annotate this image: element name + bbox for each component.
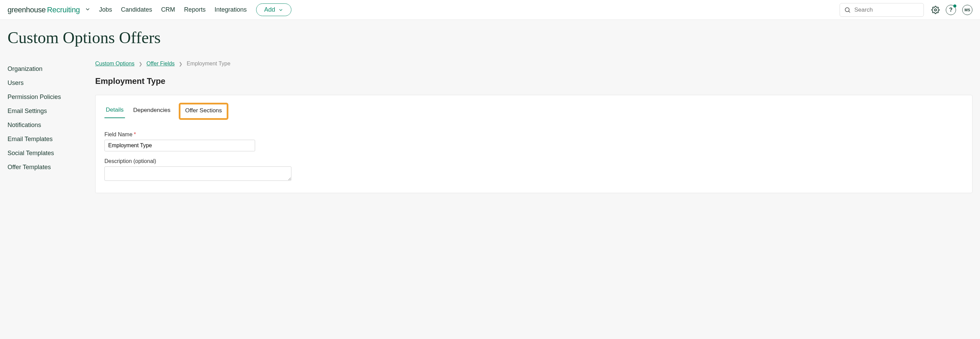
breadcrumb-custom-options[interactable]: Custom Options — [95, 60, 135, 67]
svg-line-1 — [849, 11, 850, 12]
description-label: Description (optional) — [105, 158, 963, 164]
main-content: Custom Options ❯ Offer Fields ❯ Employme… — [95, 60, 972, 193]
chevron-down-icon — [278, 7, 283, 13]
sidebar-item-email-settings[interactable]: Email Settings — [8, 104, 95, 118]
breadcrumb: Custom Options ❯ Offer Fields ❯ Employme… — [95, 60, 972, 67]
breadcrumb-current: Employment Type — [187, 60, 231, 67]
sidebar-item-offer-templates[interactable]: Offer Templates — [8, 160, 95, 174]
required-asterisk-icon: * — [134, 132, 136, 137]
svg-point-2 — [934, 9, 937, 11]
avatar[interactable]: MS — [962, 5, 972, 15]
sidebar-item-organization[interactable]: Organization — [8, 62, 95, 76]
brand-name-2: Recruiting — [47, 5, 80, 14]
chevron-down-icon — [84, 6, 91, 12]
tab-offer-sections[interactable]: Offer Sections — [184, 105, 223, 115]
settings-sidebar: Organization Users Permission Policies E… — [8, 60, 95, 193]
tab-dependencies[interactable]: Dependencies — [132, 105, 172, 118]
sidebar-item-social-templates[interactable]: Social Templates — [8, 146, 95, 160]
nav-integrations[interactable]: Integrations — [214, 6, 247, 13]
nav-candidates[interactable]: Candidates — [121, 6, 152, 13]
field-name-label: Field Name* — [105, 132, 963, 138]
search-input[interactable] — [854, 6, 920, 13]
chevron-right-icon: ❯ — [179, 61, 183, 67]
notification-dot-icon — [953, 5, 956, 8]
nav-crm[interactable]: CRM — [161, 6, 175, 13]
search-box[interactable] — [840, 3, 924, 17]
section-title: Employment Type — [95, 76, 972, 86]
top-right-icons: ? MS — [931, 5, 972, 15]
top-nav: greenhouse Recruiting Jobs Candidates CR… — [0, 0, 980, 20]
sidebar-item-email-templates[interactable]: Email Templates — [8, 132, 95, 146]
chevron-right-icon: ❯ — [139, 61, 142, 67]
tabs: Details Dependencies Offer Sections — [105, 103, 963, 120]
brand-switcher[interactable]: greenhouse Recruiting — [8, 5, 91, 14]
brand-name-1: greenhouse — [8, 5, 46, 14]
add-button[interactable]: Add — [256, 3, 291, 16]
search-icon — [844, 6, 851, 13]
sidebar-item-permission-policies[interactable]: Permission Policies — [8, 90, 95, 104]
sidebar-item-users[interactable]: Users — [8, 76, 95, 90]
sidebar-item-notifications[interactable]: Notifications — [8, 118, 95, 132]
svg-point-0 — [845, 8, 849, 12]
tab-details[interactable]: Details — [105, 104, 125, 118]
nav-jobs[interactable]: Jobs — [99, 6, 112, 13]
highlight-offer-sections: Offer Sections — [179, 103, 228, 120]
breadcrumb-offer-fields[interactable]: Offer Fields — [146, 60, 175, 67]
page-title: Custom Options Offers — [8, 28, 972, 47]
details-panel: Details Dependencies Offer Sections Fiel… — [95, 95, 972, 193]
description-textarea[interactable] — [105, 166, 291, 181]
help-icon[interactable]: ? — [946, 5, 956, 15]
add-button-label: Add — [264, 6, 275, 13]
gear-icon[interactable] — [931, 6, 940, 14]
nav-reports[interactable]: Reports — [184, 6, 205, 13]
primary-nav: Jobs Candidates CRM Reports Integrations — [99, 6, 247, 13]
avatar-initials: MS — [964, 8, 970, 12]
field-name-input[interactable] — [105, 140, 255, 151]
